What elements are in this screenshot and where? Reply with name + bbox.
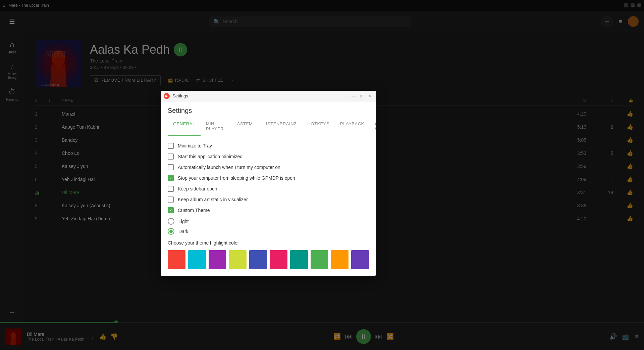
color-section-title: Choose your theme highlight color xyxy=(168,240,369,246)
setting-start-minimized[interactable]: Start this application minimized xyxy=(168,154,369,160)
setting-keep-sidebar[interactable]: Keep sidebar open xyxy=(168,186,369,192)
checkbox-minimize-tray[interactable] xyxy=(168,143,174,149)
checkbox-keep-sidebar[interactable] xyxy=(168,186,174,192)
checkbox-auto-launch[interactable] xyxy=(168,164,174,170)
tab-mini-player[interactable]: MINI PLAYER xyxy=(201,117,229,136)
setting-label-prevent-sleep: Stop your computer from sleeping while G… xyxy=(178,175,295,181)
setting-label-minimize-tray: Minimize to Tray xyxy=(178,143,212,148)
modal-overlay[interactable]: ▶ Settings — □ ✕ Settings GENERAL MINI P… xyxy=(0,0,644,350)
modal-titlebar: ▶ Settings — □ ✕ xyxy=(161,91,376,101)
color-swatch-3[interactable] xyxy=(229,250,247,269)
modal-title-left: ▶ Settings xyxy=(164,93,188,99)
modal-logo: ▶ xyxy=(164,93,170,99)
modal-close-button[interactable]: ✕ xyxy=(366,93,373,99)
tab-custom-styles[interactable]: CUSTOM STYLES xyxy=(370,117,376,136)
theme-light-radio[interactable] xyxy=(168,218,174,225)
tab-hotkeys[interactable]: HOTKEYS xyxy=(302,117,335,136)
modal-body: Settings GENERAL MINI PLAYER LASTFM LIST… xyxy=(161,101,376,276)
color-swatch-2[interactable] xyxy=(209,250,226,269)
theme-dark-label: Dark xyxy=(178,229,189,234)
modal-maximize-button[interactable]: □ xyxy=(358,93,365,99)
theme-light-label: Light xyxy=(178,219,189,224)
setting-custom-theme[interactable]: ✓ Custom Theme xyxy=(168,207,369,213)
modal-minimize-button[interactable]: — xyxy=(350,93,357,99)
modal-title-text: Settings xyxy=(172,93,188,98)
setting-label-custom-theme: Custom Theme xyxy=(178,208,210,213)
checkbox-prevent-sleep[interactable]: ✓ xyxy=(168,175,174,181)
color-swatch-6[interactable] xyxy=(290,250,308,269)
settings-content: Minimize to Tray Start this application … xyxy=(161,136,376,276)
settings-modal: ▶ Settings — □ ✕ Settings GENERAL MINI P… xyxy=(161,91,376,276)
color-swatch-9[interactable] xyxy=(351,250,369,269)
setting-label-keep-sidebar: Keep sidebar open xyxy=(178,186,217,191)
checkbox-start-minimized[interactable] xyxy=(168,154,174,160)
color-swatch-4[interactable] xyxy=(249,250,267,269)
theme-dark-radio[interactable] xyxy=(168,228,174,235)
tab-listenbrainz[interactable]: LISTENBRAINZ xyxy=(258,117,302,136)
color-swatch-8[interactable] xyxy=(331,250,348,269)
setting-label-static-art: Keep album art static in visualizer xyxy=(178,197,248,202)
setting-label-auto-launch: Automatically launch when I turn my comp… xyxy=(178,165,280,170)
color-swatch-5[interactable] xyxy=(270,250,287,269)
theme-dark-dot xyxy=(169,230,173,233)
checkbox-custom-theme[interactable]: ✓ xyxy=(168,207,174,213)
color-swatch-0[interactable] xyxy=(168,250,185,269)
color-swatch-1[interactable] xyxy=(188,250,206,269)
setting-minimize-tray[interactable]: Minimize to Tray xyxy=(168,143,369,149)
tab-playback[interactable]: PLAYBACK xyxy=(335,117,370,136)
setting-static-art[interactable]: Keep album art static in visualizer xyxy=(168,196,369,203)
theme-dark-option[interactable]: Dark xyxy=(168,228,369,235)
settings-page-title: Settings xyxy=(161,101,376,115)
tab-lastfm[interactable]: LASTFM xyxy=(229,117,258,136)
color-swatches xyxy=(168,250,369,269)
settings-tabs: GENERAL MINI PLAYER LASTFM LISTENBRAINZ … xyxy=(161,117,376,136)
tab-general[interactable]: GENERAL xyxy=(168,117,201,136)
checkbox-static-art[interactable] xyxy=(168,196,174,203)
setting-auto-launch[interactable]: Automatically launch when I turn my comp… xyxy=(168,164,369,170)
setting-prevent-sleep[interactable]: ✓ Stop your computer from sleeping while… xyxy=(168,175,369,181)
settings-options: Minimize to Tray Start this application … xyxy=(168,143,369,213)
color-swatch-7[interactable] xyxy=(311,250,328,269)
theme-light-option[interactable]: Light xyxy=(168,218,369,225)
modal-controls: — □ ✕ xyxy=(350,93,373,99)
theme-radio-group: Light Dark xyxy=(168,218,369,235)
setting-label-start-minimized: Start this application minimized xyxy=(178,154,243,159)
